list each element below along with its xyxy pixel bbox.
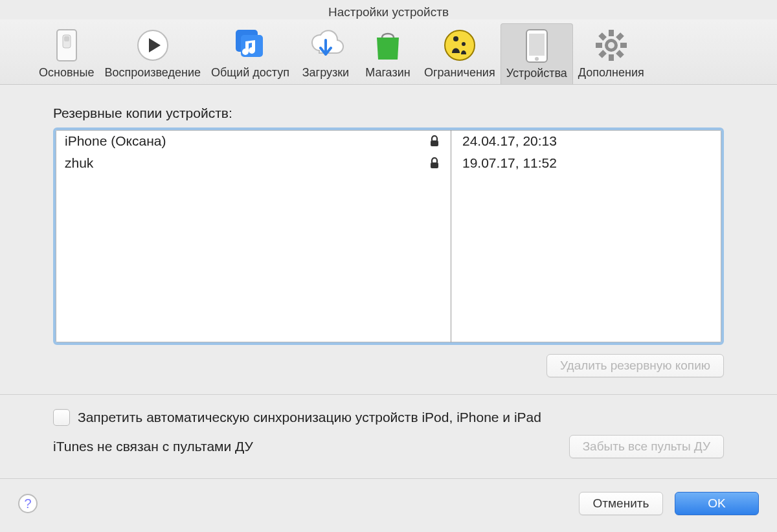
svg-rect-19 bbox=[598, 50, 607, 58]
lock-icon bbox=[425, 157, 444, 169]
svg-rect-21 bbox=[616, 50, 624, 58]
tab-store[interactable]: Магазин bbox=[357, 23, 419, 84]
tab-label: Ограничения bbox=[424, 66, 495, 80]
forget-remotes-button[interactable]: Забыть все пульты ДУ bbox=[569, 435, 724, 458]
tab-sharing[interactable]: Общий доступ bbox=[206, 23, 295, 84]
cloud-download-icon bbox=[308, 27, 344, 63]
shopping-bag-icon bbox=[370, 27, 406, 63]
ok-button[interactable]: OK bbox=[675, 492, 759, 515]
backup-name: iPhone (Оксана) bbox=[56, 133, 425, 149]
backup-row[interactable]: zhuk 19.07.17, 11:52 bbox=[56, 152, 721, 174]
help-button[interactable]: ? bbox=[18, 494, 38, 513]
tab-label: Магазин bbox=[365, 66, 410, 80]
svg-rect-11 bbox=[529, 34, 545, 56]
tab-label: Загрузки bbox=[302, 66, 349, 80]
content-area: Резервные копии устройств: iPhone (Оксан… bbox=[0, 85, 777, 478]
backup-row[interactable]: iPhone (Оксана) 24.04.17, 20:13 bbox=[56, 130, 721, 152]
svg-rect-24 bbox=[431, 162, 438, 168]
svg-rect-15 bbox=[609, 54, 614, 61]
tab-label: Основные bbox=[39, 66, 94, 80]
backups-listbox[interactable]: iPhone (Оксана) 24.04.17, 20:13 zhuk bbox=[53, 127, 724, 345]
column-divider bbox=[451, 130, 451, 342]
svg-point-7 bbox=[445, 30, 475, 60]
window-title-text: Настройки устройств bbox=[328, 5, 449, 19]
window-title: Настройки устройств bbox=[0, 0, 777, 19]
gear-icon bbox=[593, 27, 629, 63]
svg-rect-18 bbox=[616, 32, 624, 41]
tab-devices[interactable]: Устройства bbox=[501, 23, 573, 84]
play-icon bbox=[135, 27, 171, 63]
backup-name: zhuk bbox=[56, 155, 425, 171]
preferences-window: Настройки устройств Основные Воспроизвед… bbox=[0, 0, 777, 532]
tab-label: Дополнения bbox=[578, 66, 644, 80]
tab-label: Общий доступ bbox=[211, 66, 289, 80]
preferences-toolbar: Основные Воспроизведение Общий доступ За… bbox=[0, 19, 777, 85]
prevent-sync-checkbox[interactable] bbox=[53, 409, 70, 426]
delete-backup-button[interactable]: Удалить резервную копию bbox=[546, 354, 724, 377]
svg-rect-16 bbox=[596, 43, 602, 48]
switch-icon bbox=[49, 27, 85, 63]
tab-restrictions[interactable]: Ограничения bbox=[419, 23, 501, 84]
cancel-button[interactable]: Отменить bbox=[579, 492, 663, 515]
prevent-sync-label: Запретить автоматическую синхронизацию у… bbox=[78, 410, 541, 425]
tab-playback[interactable]: Воспроизведение bbox=[99, 23, 206, 84]
music-note-icon bbox=[232, 27, 268, 63]
tab-label: Устройства bbox=[506, 67, 567, 80]
svg-rect-17 bbox=[620, 43, 627, 48]
tab-downloads[interactable]: Загрузки bbox=[295, 23, 357, 84]
lock-icon bbox=[425, 135, 444, 147]
tab-advanced[interactable]: Дополнения bbox=[573, 23, 649, 84]
svg-point-22 bbox=[608, 42, 614, 49]
backup-date: 19.07.17, 11:52 bbox=[452, 155, 721, 171]
backups-section-label: Резервные копии устройств: bbox=[53, 105, 724, 121]
svg-rect-14 bbox=[609, 30, 614, 36]
parental-icon bbox=[442, 27, 478, 63]
svg-point-9 bbox=[462, 42, 466, 46]
iphone-icon bbox=[519, 28, 555, 64]
svg-rect-23 bbox=[431, 140, 438, 146]
remotes-status-label: iTunes не связан с пультами ДУ bbox=[53, 439, 569, 454]
svg-point-12 bbox=[535, 57, 539, 61]
svg-rect-2 bbox=[64, 36, 69, 41]
dialog-footer: ? Отменить OK bbox=[0, 478, 777, 532]
svg-point-8 bbox=[453, 36, 458, 41]
tab-general[interactable]: Основные bbox=[34, 23, 99, 84]
backup-date: 24.04.17, 20:13 bbox=[452, 133, 721, 149]
svg-rect-20 bbox=[598, 32, 607, 41]
tab-label: Воспроизведение bbox=[104, 66, 201, 80]
